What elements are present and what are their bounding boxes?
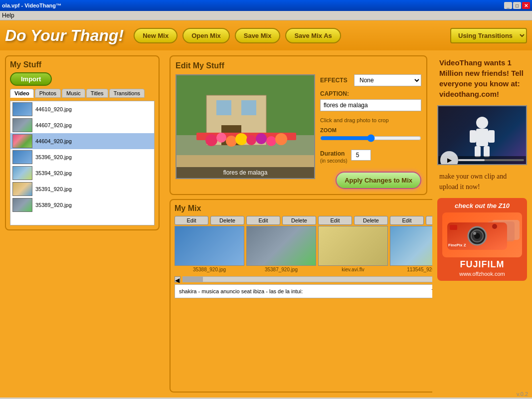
save-mix-button[interactable]: Save Mix xyxy=(235,28,281,43)
scroll-thumb[interactable] xyxy=(183,277,203,282)
tab-titles[interactable]: Titles xyxy=(86,89,108,98)
svg-rect-20 xyxy=(475,146,481,157)
file-name: 44607_920.jpg xyxy=(35,122,72,128)
svg-point-9 xyxy=(226,136,237,147)
mix-item-buttons: Edit Delete xyxy=(318,216,388,225)
mix-delete-button[interactable]: Delete xyxy=(210,216,244,225)
my-stuff-panel: My Stuff Import Video Photos Music Title… xyxy=(5,55,160,230)
edit-title: Edit My Stuff xyxy=(176,61,421,70)
svg-point-7 xyxy=(205,134,217,146)
svg-point-14 xyxy=(275,133,287,145)
list-item[interactable]: 44604_920.jpg xyxy=(10,133,154,149)
mix-edit-button[interactable]: Edit xyxy=(175,216,208,225)
mix-item: Edit Delete kiev.avi.flv xyxy=(318,216,388,272)
svg-text:FinePix Z: FinePix Z xyxy=(448,243,466,247)
mix-edit-button[interactable]: Edit xyxy=(246,216,280,225)
fujifilm-url[interactable]: www.offzhook.com xyxy=(441,271,523,277)
list-item[interactable]: 35391_920.jpg xyxy=(10,181,154,197)
click-drag-text: Click and drag photo to crop xyxy=(320,117,421,123)
mix-delete-button[interactable]: Delete xyxy=(354,216,388,225)
file-name: 35396_920.jpg xyxy=(35,154,72,160)
svg-point-16 xyxy=(476,117,488,129)
progress-bar-fill xyxy=(458,159,485,161)
list-item[interactable]: 35396_920.jpg xyxy=(10,149,154,165)
file-name: 35389_920.jpg xyxy=(35,202,72,208)
my-stuff-title: My Stuff xyxy=(10,60,155,69)
svg-point-12 xyxy=(256,133,267,144)
audio-track-name: shakira - musica anuncio seat ibiza - la… xyxy=(179,288,428,294)
import-button[interactable]: Import xyxy=(10,72,52,86)
list-item[interactable]: 44607_920.jpg xyxy=(10,117,154,133)
mix-item-buttons: Edit Delete xyxy=(175,216,244,225)
file-thumb xyxy=(12,134,32,148)
title-bar: ola.vpf - VideoThang™ _ □ ✕ xyxy=(0,0,532,11)
close-button[interactable]: ✕ xyxy=(522,2,530,9)
caption-label: CAPTION: xyxy=(320,90,421,97)
tab-transitions[interactable]: Transitions xyxy=(109,89,145,98)
mix-delete-button[interactable]: Delete xyxy=(282,216,316,225)
svg-point-10 xyxy=(235,133,247,145)
edit-section: Edit My Stuff xyxy=(170,55,427,195)
file-thumb xyxy=(12,182,32,196)
zoom-label: ZOOM xyxy=(320,127,421,133)
svg-rect-19 xyxy=(488,130,495,143)
mix-edit-button[interactable]: Edit xyxy=(390,216,424,225)
file-thumb xyxy=(12,102,32,116)
file-name: 35391_920.jpg xyxy=(35,186,72,192)
duration-label-group: Duration (in seconds) xyxy=(320,150,347,164)
caption-input[interactable] xyxy=(320,99,421,111)
file-tabs: Video Photos Music Titles Transitions xyxy=(10,89,155,98)
new-mix-button[interactable]: New Mix xyxy=(134,28,177,43)
content-area: My Stuff Import Video Photos Music Title… xyxy=(0,50,532,398)
tab-photos[interactable]: Photos xyxy=(35,89,61,98)
video-progress-bar[interactable]: ▶ xyxy=(438,156,526,164)
center-panel: Edit My Stuff xyxy=(165,50,432,398)
effects-label: EFFECTS xyxy=(320,77,350,84)
file-name: 35394_920.jpg xyxy=(35,170,72,176)
effects-select[interactable]: None Sepia Black & White xyxy=(354,74,421,86)
camera-svg: FinePix Z xyxy=(442,212,522,257)
minimize-button[interactable]: _ xyxy=(504,2,512,9)
file-thumb xyxy=(12,166,32,180)
video-play-button[interactable]: ▶ xyxy=(440,151,458,165)
edit-content: flores de malaga EFFECTS None Sepia Blac… xyxy=(176,74,421,189)
camera-image: FinePix Z xyxy=(442,212,522,257)
duration-input[interactable] xyxy=(351,150,371,161)
svg-rect-18 xyxy=(470,130,476,143)
list-item[interactable]: 35389_920.jpg xyxy=(10,197,154,213)
svg-rect-21 xyxy=(484,146,490,157)
menu-bar: Help xyxy=(0,11,532,20)
list-item[interactable]: 35394_920.jpg xyxy=(10,165,154,181)
header: Do Your Thang! New Mix Open Mix Save Mix… xyxy=(0,20,532,50)
fujifilm-ad-banner[interactable]: check out the Z10 xyxy=(441,202,523,209)
svg-rect-25 xyxy=(450,225,457,230)
mix-item-label: 35388_920.jpg xyxy=(175,267,244,272)
caption-row: CAPTION: xyxy=(320,90,421,111)
mix-thumb xyxy=(246,226,316,266)
menu-help[interactable]: Help xyxy=(2,12,14,19)
scroll-left-button[interactable]: ◀ xyxy=(175,276,180,282)
svg-rect-3 xyxy=(216,100,231,115)
open-mix-button[interactable]: Open Mix xyxy=(182,28,230,43)
svg-rect-17 xyxy=(476,129,488,146)
zoom-slider[interactable] xyxy=(320,134,421,142)
ad-video: ▶ xyxy=(437,105,527,165)
duration-label: Duration xyxy=(320,150,347,158)
tab-music[interactable]: Music xyxy=(62,89,85,98)
duration-sublabel: (in seconds) xyxy=(320,158,347,164)
zoom-row: ZOOM xyxy=(320,127,421,144)
mix-item: Edit Delete 35388_920.jpg xyxy=(175,216,244,272)
maximize-button[interactable]: □ xyxy=(513,2,521,9)
tab-video[interactable]: Video xyxy=(10,89,34,98)
mix-edit-button[interactable]: Edit xyxy=(318,216,352,225)
mode-select[interactable]: Using Transitions No Transitions Advance… xyxy=(450,28,527,43)
file-thumb xyxy=(12,118,32,132)
app-title: Do Your Thang! xyxy=(5,26,124,45)
file-list[interactable]: 44610_920.jpg 44607_920.jpg 44604_920.jp… xyxy=(10,101,155,225)
apply-changes-button[interactable]: Apply Changes to Mix xyxy=(336,172,421,189)
file-name: 44604_920.jpg xyxy=(35,138,72,144)
file-name: 44610_920.jpg xyxy=(35,106,72,112)
ad-silhouette xyxy=(462,110,502,160)
save-mix-as-button[interactable]: Save Mix As xyxy=(285,28,341,43)
list-item[interactable]: 44610_920.jpg xyxy=(10,101,154,117)
